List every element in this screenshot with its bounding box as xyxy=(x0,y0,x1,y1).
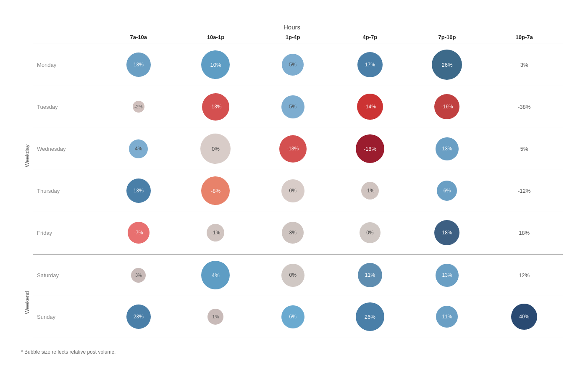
group-label-text-0: Weekday xyxy=(24,144,30,167)
cell-sunday-2: 6% xyxy=(254,301,331,333)
bubble-sunday-1: 1% xyxy=(207,309,223,325)
bubble-saturday-1: 4% xyxy=(201,261,230,289)
cell-friday-0: -7% xyxy=(100,218,177,248)
bubble-wednesday-3: -18% xyxy=(356,134,384,163)
day-label-thursday: Thursday xyxy=(33,188,100,194)
cell-friday-2: 3% xyxy=(254,218,331,248)
chart-outer: WeekdayWeekend 7a-10a10a-1p1p-4p4p-7p7p-… xyxy=(21,34,563,345)
bubble-saturday-3: 11% xyxy=(358,263,382,287)
bubble-saturday-2: 0% xyxy=(281,264,304,287)
bubble-monday-3: 17% xyxy=(357,52,383,77)
text-friday-5: 18% xyxy=(519,230,530,236)
cell-thursday-4: 6% xyxy=(409,176,486,205)
cell-tuesday-5: -38% xyxy=(486,100,563,114)
bubble-sunday-4: 11% xyxy=(436,306,458,328)
bubble-tuesday-4: -16% xyxy=(434,94,459,119)
text-tuesday-5: -38% xyxy=(518,104,530,110)
bubble-wednesday-4: 13% xyxy=(436,137,459,160)
footnote: * Bubble size reflects relative post vol… xyxy=(21,349,563,355)
group-label-text-1: Weekend xyxy=(24,291,30,314)
chart-title: Hours xyxy=(21,24,563,31)
cell-saturday-0: 3% xyxy=(100,264,177,287)
cell-friday-3: 0% xyxy=(331,218,409,247)
bubble-saturday-0: 3% xyxy=(131,268,146,283)
chart-container: Hours WeekdayWeekend 7a-10a10a-1p1p-4p4p… xyxy=(13,15,575,363)
cell-saturday-2: 0% xyxy=(254,260,331,291)
cell-sunday-3: 26% xyxy=(331,298,409,335)
day-label-friday: Friday xyxy=(33,230,100,236)
bubble-friday-2: 3% xyxy=(282,222,304,244)
bubble-friday-0: -7% xyxy=(128,222,150,244)
col-header: 1p-4p xyxy=(254,34,331,40)
text-thursday-5: -12% xyxy=(518,188,530,194)
bubble-wednesday-0: 4% xyxy=(129,139,148,158)
bubble-friday-1: -1% xyxy=(207,224,224,242)
bubble-sunday-0: 23% xyxy=(126,304,151,329)
cell-friday-5: 18% xyxy=(486,226,563,240)
cell-thursday-5: -12% xyxy=(486,184,563,198)
col-header: 10p-7a xyxy=(486,34,563,40)
bubble-tuesday-2: 5% xyxy=(281,95,304,118)
cell-sunday-0: 23% xyxy=(100,300,177,333)
col-headers: 7a-10a10a-1p1p-4p4p-7p7p-10p10p-7a xyxy=(33,34,563,44)
bubble-saturday-4: 13% xyxy=(436,264,459,287)
cell-sunday-1: 1% xyxy=(177,304,255,329)
bubble-thursday-3: -1% xyxy=(361,182,379,200)
col-header: 4p-7p xyxy=(331,34,409,40)
side-label-spacer xyxy=(21,34,33,51)
day-row-sunday: Sunday23%1%6%26%11%40% xyxy=(33,296,563,338)
cell-wednesday-1: 0% xyxy=(177,129,255,168)
cell-saturday-5: 12% xyxy=(486,268,563,283)
cell-tuesday-2: 5% xyxy=(254,91,331,123)
cell-monday-3: 17% xyxy=(331,48,409,81)
grid-body: 7a-10a10a-1p1p-4p4p-7p7p-10p10p-7a Monda… xyxy=(33,34,563,345)
day-row-thursday: Thursday13%-8%0%-1%6%-12% xyxy=(33,170,563,212)
cell-monday-2: 5% xyxy=(254,50,331,80)
bubble-sunday-2: 6% xyxy=(281,305,304,328)
col-header: 10a-1p xyxy=(177,34,255,40)
day-label-wednesday: Wednesday xyxy=(33,146,100,152)
cell-saturday-1: 4% xyxy=(177,257,255,294)
bubble-thursday-4: 6% xyxy=(437,181,457,201)
cell-friday-1: -1% xyxy=(177,220,255,246)
cell-wednesday-0: 4% xyxy=(100,135,177,163)
cell-monday-5: 3% xyxy=(486,58,563,72)
text-wednesday-5: 5% xyxy=(520,146,528,152)
bubble-thursday-0: 13% xyxy=(126,178,151,203)
bubble-friday-3: 0% xyxy=(360,222,381,243)
cell-monday-1: 10% xyxy=(177,46,255,83)
text-saturday-5: 12% xyxy=(519,272,530,278)
cell-wednesday-4: 13% xyxy=(409,133,486,165)
day-label-monday: Monday xyxy=(33,62,100,68)
cell-tuesday-3: -14% xyxy=(331,89,409,124)
day-row-wednesday: Wednesday4%0%-13%-18%13%5% xyxy=(33,128,563,170)
side-labels: WeekdayWeekend xyxy=(21,34,33,345)
cell-thursday-0: 13% xyxy=(100,174,177,207)
bubble-friday-4: 18% xyxy=(434,220,459,245)
cell-sunday-4: 11% xyxy=(409,302,486,332)
cell-monday-4: 26% xyxy=(409,45,486,84)
cell-thursday-1: -8% xyxy=(177,172,255,209)
bubble-monday-0: 13% xyxy=(126,52,151,77)
bubble-sunday-3: 26% xyxy=(356,302,384,331)
bubble-monday-1: 10% xyxy=(201,50,230,79)
bubble-tuesday-3: -14% xyxy=(357,94,383,120)
cell-wednesday-5: 5% xyxy=(486,142,563,156)
text-monday-5: 3% xyxy=(520,62,528,68)
col-header-empty xyxy=(33,34,100,40)
cell-thursday-2: 0% xyxy=(254,175,331,207)
bubble-tuesday-1: -13% xyxy=(202,93,229,121)
col-header: 7a-10a xyxy=(100,34,177,40)
col-header: 7p-10p xyxy=(409,34,486,40)
day-row-saturday: Saturday3%4%0%11%13%12% xyxy=(33,254,563,296)
cell-tuesday-1: -13% xyxy=(177,89,255,125)
day-label-sunday: Sunday xyxy=(33,314,100,320)
cell-tuesday-0: -2% xyxy=(100,97,177,117)
day-row-monday: Monday13%10%5%17%26%3% xyxy=(33,44,563,86)
bubble-wednesday-1: 0% xyxy=(200,134,231,164)
bubble-sunday-5: 40% xyxy=(511,304,537,330)
bubble-wednesday-2: -13% xyxy=(279,135,307,163)
bubble-thursday-2: 0% xyxy=(281,179,304,202)
bubble-monday-2: 5% xyxy=(282,54,304,76)
cell-friday-4: 18% xyxy=(409,216,486,249)
